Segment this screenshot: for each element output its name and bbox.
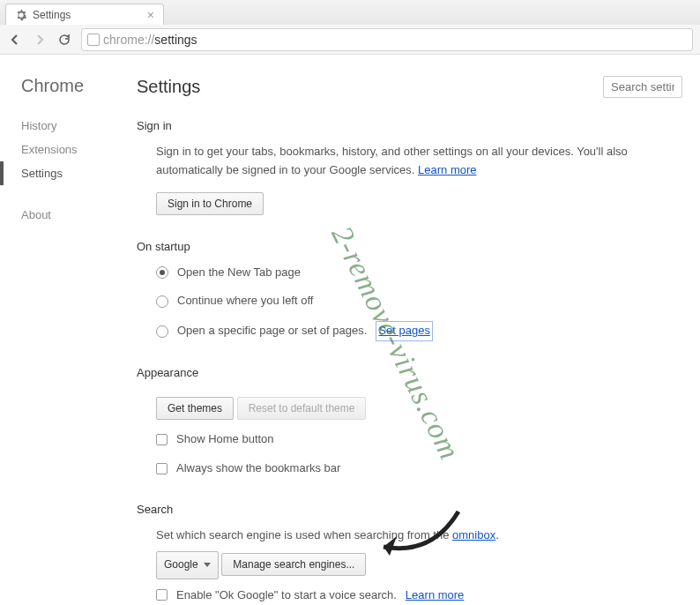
- ok-google-learn-link[interactable]: Learn more: [406, 586, 464, 605]
- url-text: chrome://settings: [103, 33, 197, 47]
- startup-option-newtab: Open the New Tab page: [177, 264, 301, 282]
- startup-option-continue: Continue where you left off: [177, 292, 313, 310]
- page-title: Settings: [137, 77, 200, 97]
- address-bar[interactable]: chrome://settings: [81, 28, 693, 51]
- ok-google-label: Enable "Ok Google" to start a voice sear…: [176, 586, 397, 605]
- manage-search-engines-button[interactable]: Manage search engines...: [221, 553, 366, 576]
- browser-tab[interactable]: Settings ×: [5, 4, 164, 25]
- signin-desc: Sign in to get your tabs, bookmarks, his…: [156, 145, 628, 176]
- show-home-checkbox[interactable]: [156, 434, 168, 445]
- chevron-down-icon: [204, 563, 211, 567]
- signin-heading: Sign in: [137, 119, 682, 132]
- tab-title: Settings: [33, 9, 71, 21]
- startup-heading: On startup: [137, 240, 682, 253]
- search-input[interactable]: [603, 76, 682, 98]
- page-icon: [87, 34, 100, 46]
- main-content: Settings Sign in Sign in to get your tab…: [137, 55, 700, 605]
- search-engine-value: Google: [164, 556, 198, 573]
- show-bookmarks-label: Always show the bookmarks bar: [176, 459, 340, 478]
- sidebar-title: Chrome: [21, 76, 137, 96]
- signin-learn-more-link[interactable]: Learn more: [418, 163, 476, 176]
- sidebar: Chrome History Extensions Settings About: [0, 55, 137, 605]
- toolbar: chrome://settings: [0, 25, 700, 55]
- signin-button[interactable]: Sign in to Chrome: [156, 192, 264, 215]
- omnibox-link[interactable]: omnibox: [452, 528, 495, 542]
- sidebar-item-settings[interactable]: Settings: [21, 161, 137, 185]
- sidebar-item-extensions[interactable]: Extensions: [21, 138, 137, 161]
- startup-option-specific: Open a specific page or set of pages.: [177, 322, 367, 340]
- show-bookmarks-checkbox[interactable]: [156, 463, 168, 474]
- startup-radio-continue[interactable]: [156, 295, 168, 308]
- reset-theme-button[interactable]: Reset to default theme: [237, 397, 367, 420]
- close-icon[interactable]: ×: [147, 8, 154, 22]
- appearance-heading: Appearance: [137, 366, 682, 379]
- startup-radio-specific[interactable]: [156, 325, 168, 338]
- get-themes-button[interactable]: Get themes: [156, 397, 234, 420]
- startup-radio-newtab[interactable]: [156, 266, 168, 279]
- show-home-label: Show Home button: [176, 430, 274, 449]
- tab-bar: Settings ×: [0, 0, 700, 25]
- search-heading: Search: [137, 503, 682, 516]
- set-pages-link[interactable]: Set pages: [376, 321, 433, 341]
- back-button[interactable]: [7, 32, 23, 48]
- search-engine-select[interactable]: Google: [156, 551, 219, 579]
- reload-button[interactable]: [56, 32, 72, 48]
- gear-icon: [15, 9, 27, 21]
- search-desc: Set which search engine is used when sea…: [156, 528, 452, 542]
- sidebar-item-about[interactable]: About: [21, 203, 137, 227]
- forward-button[interactable]: [32, 32, 48, 48]
- sidebar-item-history[interactable]: History: [21, 114, 137, 138]
- ok-google-checkbox[interactable]: [156, 589, 168, 601]
